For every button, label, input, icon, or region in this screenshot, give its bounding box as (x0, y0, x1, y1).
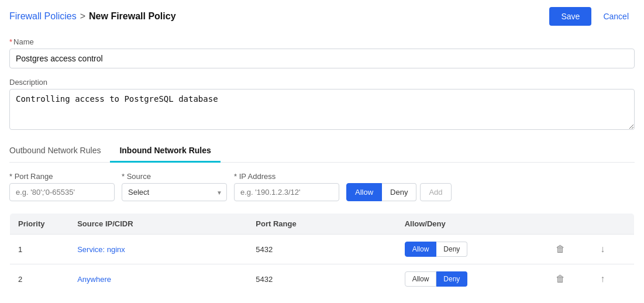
add-button[interactable]: Add (420, 183, 451, 201)
source-select[interactable]: Select (122, 183, 227, 201)
move-down-row1-button[interactable]: ↓ (598, 243, 607, 256)
col-header-priority: Priority (10, 214, 70, 235)
table-body: 1 Service: nginx 5432 Allow Deny 🗑 ↓ (10, 235, 635, 294)
row1-allow-button[interactable]: Allow (405, 242, 437, 257)
source-label: * Source (122, 172, 227, 181)
breadcrumb: Firewall Policies > New Firewall Policy (9, 11, 176, 22)
delete-row1-button[interactable]: 🗑 (553, 243, 567, 256)
source-link-1[interactable]: Service: nginx (77, 245, 125, 254)
description-field-group: Description (9, 78, 635, 132)
breadcrumb-link[interactable]: Firewall Policies (9, 11, 77, 22)
delete-row2-button[interactable]: 🗑 (553, 273, 567, 285)
port-range-input[interactable] (9, 183, 115, 201)
ip-address-field: * IP Address (234, 172, 339, 201)
header-actions: Save Cancel (549, 7, 635, 26)
cell-source-2: Anywhere (69, 264, 247, 294)
cell-priority-2: 2 (10, 264, 70, 294)
header: Firewall Policies > New Firewall Policy … (9, 7, 635, 26)
cell-source-1: Service: nginx (69, 235, 247, 264)
row2-deny-button[interactable]: Deny (436, 271, 467, 287)
ip-address-label: * IP Address (234, 172, 339, 181)
rules-table: Priority Source IP/CIDR Port Range Allow… (9, 213, 635, 294)
deny-button[interactable]: Deny (382, 183, 416, 201)
cell-port-1: 5432 (247, 235, 396, 264)
cell-move-1: ↓ (590, 235, 634, 264)
cell-delete-2: 🗑 (545, 264, 590, 294)
tabs: Outbound Network Rules Inbound Network R… (9, 141, 635, 163)
cell-delete-1: 🗑 (545, 235, 590, 264)
table-row: 1 Service: nginx 5432 Allow Deny 🗑 ↓ (10, 235, 635, 264)
cell-move-2: ↑ (590, 264, 634, 294)
source-select-wrapper: Select ▼ (122, 183, 227, 201)
col-header-port: Port Range (247, 214, 396, 235)
tab-inbound[interactable]: Inbound Network Rules (110, 141, 220, 163)
port-range-field: * Port Range (9, 172, 115, 201)
breadcrumb-separator: > (80, 11, 85, 22)
name-label: *Name (9, 37, 635, 46)
description-label: Description (9, 78, 635, 87)
allow-button[interactable]: Allow (346, 183, 382, 201)
row1-deny-button[interactable]: Deny (436, 242, 467, 257)
cell-port-2: 5432 (247, 264, 396, 294)
name-input[interactable] (9, 49, 635, 68)
col-header-actions2 (590, 214, 634, 235)
breadcrumb-current: New Firewall Policy (89, 11, 176, 22)
col-header-actions1 (545, 214, 590, 235)
name-required-star: * (9, 37, 12, 46)
name-field-group: *Name (9, 37, 635, 68)
rule-input-row: * Port Range * Source Select ▼ * IP Addr… (9, 172, 635, 201)
source-link-2[interactable]: Anywhere (77, 275, 111, 284)
table-row: 2 Anywhere 5432 Allow Deny 🗑 ↑ (10, 264, 635, 294)
description-textarea[interactable] (9, 89, 635, 130)
allow-deny-group-2: Allow Deny (405, 271, 537, 287)
ip-address-input[interactable] (234, 183, 339, 201)
allow-deny-group-1: Allow Deny (405, 242, 537, 257)
move-up-row2-button[interactable]: ↑ (598, 273, 607, 285)
row2-allow-button[interactable]: Allow (405, 271, 437, 287)
col-header-source: Source IP/CIDR (69, 214, 247, 235)
col-header-allowdeny: Allow/Deny (397, 214, 545, 235)
page: Firewall Policies > New Firewall Policy … (0, 0, 644, 303)
port-range-label: * Port Range (9, 172, 115, 181)
cell-allowdeny-2: Allow Deny (397, 264, 545, 294)
action-buttons: Allow Deny Add (346, 183, 452, 201)
source-field: * Source Select ▼ (122, 172, 227, 201)
cell-priority-1: 1 (10, 235, 70, 264)
tab-outbound[interactable]: Outbound Network Rules (9, 141, 110, 163)
table-header: Priority Source IP/CIDR Port Range Allow… (10, 214, 635, 235)
cancel-button[interactable]: Cancel (597, 7, 635, 26)
save-button[interactable]: Save (549, 7, 591, 26)
cell-allowdeny-1: Allow Deny (397, 235, 545, 264)
